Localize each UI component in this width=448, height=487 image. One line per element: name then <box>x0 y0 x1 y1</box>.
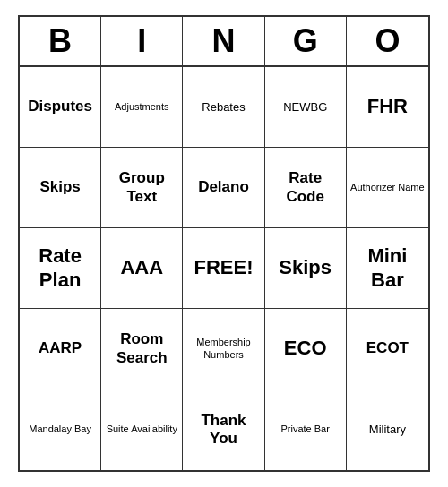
bingo-cell: NEWBG <box>265 67 347 148</box>
bingo-cell: Private Bar <box>265 389 347 470</box>
bingo-cell: Rate Plan <box>20 228 101 309</box>
bingo-cell: FREE! <box>183 228 264 309</box>
bingo-card: BINGO DisputesAdjustmentsRebatesNEWBGFHR… <box>18 15 430 472</box>
bingo-cell: ECO <box>265 309 347 389</box>
bingo-cell: AAA <box>101 228 183 309</box>
bingo-cell: Disputes <box>20 67 101 148</box>
bingo-cell: Skips <box>20 148 101 228</box>
bingo-cell: Suite Availability <box>101 389 183 470</box>
bingo-cell: Military <box>347 389 428 470</box>
header-letter: B <box>20 17 101 65</box>
bingo-cell: Delano <box>183 148 264 228</box>
bingo-cell: Room Search <box>101 309 183 389</box>
bingo-cell: Thank You <box>183 389 264 470</box>
bingo-cell: Rebates <box>183 67 264 148</box>
bingo-grid: DisputesAdjustmentsRebatesNEWBGFHRSkipsG… <box>20 67 428 470</box>
bingo-cell: Rate Code <box>265 148 347 228</box>
bingo-cell: Mini Bar <box>347 228 428 309</box>
header-letter: O <box>347 17 428 65</box>
bingo-cell: Adjustments <box>101 67 183 148</box>
bingo-header: BINGO <box>20 17 428 67</box>
bingo-cell: Group Text <box>101 148 183 228</box>
bingo-cell: ECOT <box>347 309 428 389</box>
bingo-cell: Mandalay Bay <box>20 389 101 470</box>
bingo-cell: Skips <box>265 228 347 309</box>
header-letter: I <box>101 17 183 65</box>
bingo-cell: FHR <box>347 67 428 148</box>
bingo-cell: AARP <box>20 309 101 389</box>
bingo-cell: Membership Numbers <box>183 309 264 389</box>
bingo-cell: Authorizer Name <box>347 148 428 228</box>
header-letter: N <box>183 17 264 65</box>
header-letter: G <box>265 17 347 65</box>
